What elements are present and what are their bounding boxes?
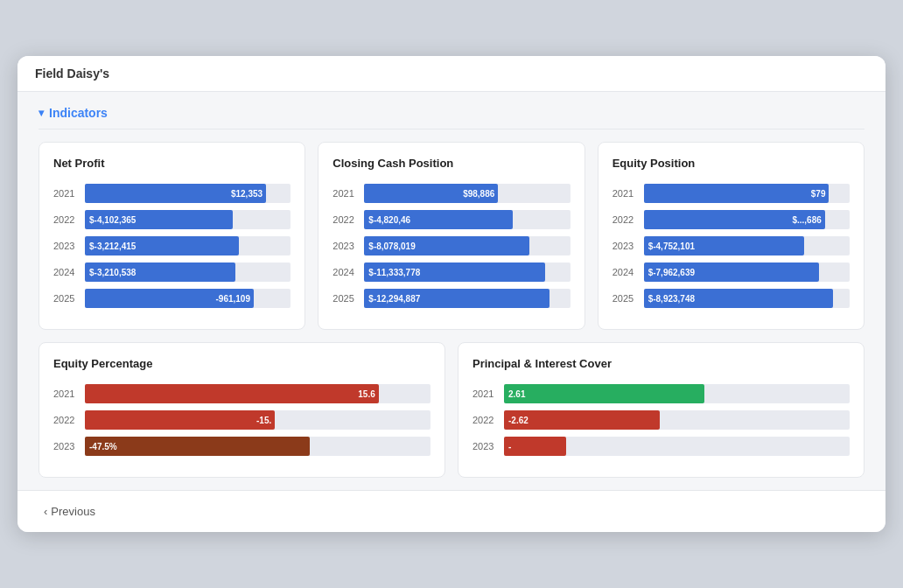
bar-row: 2022 $-4,102,365 [53,210,290,229]
previous-label: Previous [51,505,95,518]
indicators-label: Indicators [49,106,108,120]
top-cards-grid: Net Profit 2021 $12,353 2022 $-4,102,365 [38,142,864,330]
bar-row: 2023 - [472,437,850,456]
equity-percentage-card: Equity Percentage 2021 15.6 2022 [38,342,445,478]
bar-row: 2023 $-8,078,019 [332,236,570,256]
bar-row: 2022 $-4,820,46 [332,210,570,229]
closing-cash-card: Closing Cash Position 2021 $98,886 2022 … [318,142,584,330]
modal-header: Field Daisy's [18,56,886,92]
bar-row: 2025 $-12,294,887 [332,289,570,308]
chevron-left-icon: ‹ [44,505,47,518]
modal-body: ▾ Indicators Net Profit 2021 $12,353 [18,92,886,478]
net-profit-card: Net Profit 2021 $12,353 2022 $-4,102,365 [38,142,305,330]
net-profit-title: Net Profit [53,157,290,170]
bar-row: 2021 $79 [612,184,850,203]
bar-row: 2024 $-7,962,639 [612,262,850,282]
bar-row: 2025 -961,109 [53,289,290,308]
modal-footer: ‹ Previous [18,490,886,532]
bar-row: 2022 -2.62 [472,410,850,430]
bar-row: 2021 2.61 [472,384,850,403]
bottom-cards-grid: Equity Percentage 2021 15.6 2022 [38,342,864,478]
bar-row: 2024 $-11,333,778 [332,262,570,282]
bar-row: 2023 $-3,212,415 [53,236,290,256]
bar-row: 2021 $98,886 [332,184,570,203]
modal-title: Field Daisy's [35,66,109,80]
bar-row: 2024 $-3,210,538 [53,262,290,282]
modal-container: Field Daisy's ▾ Indicators Net Profit 20… [18,56,886,532]
previous-button[interactable]: ‹ Previous [35,500,104,523]
closing-cash-title: Closing Cash Position [332,157,570,170]
bar-row: 2025 $-8,923,748 [612,289,850,308]
principal-interest-title: Principal & Interest Cover [472,357,850,370]
bar-row: 2021 $12,353 [53,184,290,203]
bar-row: 2022 -15. [53,410,430,430]
bar-row: 2023 $-4,752,101 [612,236,850,256]
equity-position-title: Equity Position [612,157,850,170]
principal-interest-card: Principal & Interest Cover 2021 2.61 202… [458,342,864,478]
equity-percentage-title: Equity Percentage [53,357,430,370]
bar-row: 2022 $...,686 [612,210,850,229]
indicators-section: ▾ Indicators Net Profit 2021 $12,353 [38,106,864,478]
bar-row: 2023 -47.5% [53,437,430,456]
chevron-down-icon: ▾ [38,107,44,119]
indicators-toggle[interactable]: ▾ Indicators [38,106,864,130]
bar-row: 2021 15.6 [53,384,430,403]
equity-position-card: Equity Position 2021 $79 2022 [598,142,864,330]
